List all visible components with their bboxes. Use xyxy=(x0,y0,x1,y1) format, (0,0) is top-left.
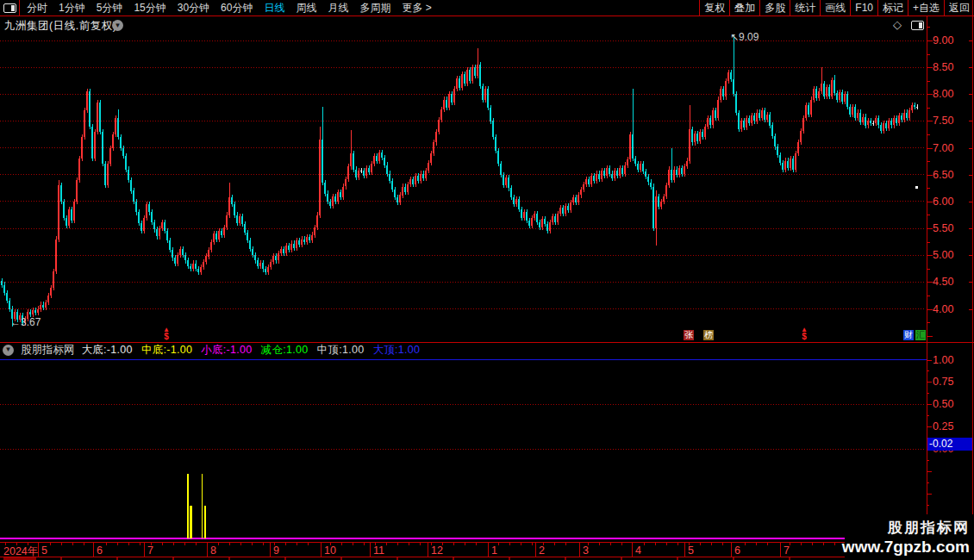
timeline-tick xyxy=(240,542,241,545)
watermark-url: www.7gpzb.com xyxy=(842,538,970,557)
price-axis-label: 5.50 xyxy=(933,222,972,234)
quick-tag-张[interactable]: 张 xyxy=(684,330,694,340)
layout-icon-button[interactable] xyxy=(0,0,20,16)
timeline-tick xyxy=(700,542,701,545)
timeline-tick xyxy=(106,542,107,545)
chevron-down-icon[interactable]: ▼ xyxy=(3,345,14,356)
timeline-tick xyxy=(790,542,790,545)
price-axis-tick xyxy=(927,336,933,337)
diamond-icon[interactable]: ◇ xyxy=(893,18,902,31)
toolbar-period-8[interactable]: 月线 xyxy=(328,1,348,16)
indicator-axis-tick xyxy=(927,370,929,371)
timeline-tick xyxy=(823,542,824,545)
high-annotation: ↖9.09 xyxy=(730,31,759,43)
indicator-axis-tick xyxy=(927,471,932,472)
stock-app-window: 分时1分钟5分钟15分钟30分钟60分钟日线周线月线多周期更多 > 复权叠加多股… xyxy=(0,0,974,560)
price-axis-label: 9.00 xyxy=(933,34,972,47)
quick-tag-榜[interactable]: 榜 xyxy=(703,330,714,340)
timeline-month-label: 1 xyxy=(491,544,497,557)
timeline-tick xyxy=(498,542,499,545)
timeline-month-label: 12 xyxy=(431,544,443,557)
chevron-down-icon[interactable]: ▼ xyxy=(112,20,123,31)
indicator-chart[interactable] xyxy=(0,342,927,542)
timeline-tick xyxy=(812,542,813,545)
price-axis-tick xyxy=(927,215,930,215)
timeline-month-label: 7 xyxy=(147,544,153,557)
toolbar-tool-0[interactable]: 复权 xyxy=(699,0,729,16)
indicator-axis-tick xyxy=(927,415,929,416)
price-axis-label: 6.50 xyxy=(933,169,972,181)
chart-title-bar: 九洲集团(日线.前复权) ▼ ◇ xyxy=(0,17,922,33)
indicator-axis-label: 0.25 xyxy=(933,420,972,432)
price-axis-tick xyxy=(969,255,972,256)
toolbar-period-7[interactable]: 周线 xyxy=(296,1,316,16)
toolbar-period-10[interactable]: 更多 > xyxy=(402,1,431,16)
timeline-tick xyxy=(162,542,163,545)
timeline-tick xyxy=(745,542,746,545)
timeline-month-label: 11 xyxy=(373,544,384,557)
toolbar-period-9[interactable]: 多周期 xyxy=(359,1,390,16)
indicator-axis-tick xyxy=(927,404,932,405)
split-window-icon[interactable] xyxy=(911,21,924,30)
price-axis-tick xyxy=(927,54,930,55)
toolbar-period-1[interactable]: 1分钟 xyxy=(59,1,85,16)
timeline-tick xyxy=(465,542,465,545)
timeline-month-label: 5 xyxy=(688,544,694,557)
indicator-axis-label: 0.50 xyxy=(933,398,972,410)
timeline-month-separator xyxy=(93,542,94,557)
buy-signal-icon: ▲$ xyxy=(799,326,809,340)
timeline-tick xyxy=(722,542,723,545)
toolbar-tool-6[interactable]: 标记 xyxy=(877,0,908,16)
toolbar-tool-1[interactable]: 叠加 xyxy=(729,0,759,16)
watermark: 股朋指标网 www.7gpzb.com xyxy=(845,514,974,560)
price-axis-tick xyxy=(969,282,972,283)
right-border xyxy=(972,0,973,560)
timeline-tick xyxy=(666,542,667,545)
panel-split-icon xyxy=(3,3,16,13)
toolbar-period-4[interactable]: 30分钟 xyxy=(178,1,209,16)
toolbar-period-3[interactable]: 15分钟 xyxy=(134,1,165,16)
timeline-month-label: 8 xyxy=(210,544,216,557)
timeline-tick xyxy=(834,542,835,545)
toolbar-tool-3[interactable]: 统计 xyxy=(790,0,820,16)
toolbar-period-2[interactable]: 5分钟 xyxy=(97,1,123,16)
toolbar-period-5[interactable]: 60分钟 xyxy=(221,1,253,16)
timeline-tick xyxy=(386,542,387,545)
indicator-axis-label: 1.00 xyxy=(933,354,972,366)
indicator-param-1: 中底:-1.00 xyxy=(141,343,192,358)
indicator-current-value-badge: -0.02 xyxy=(927,438,972,451)
price-axis-tick xyxy=(969,121,972,121)
price-axis-tick xyxy=(927,296,930,296)
quick-tag-汇[interactable]: 汇 xyxy=(915,330,926,340)
timeline-month-separator xyxy=(535,542,536,557)
timeline-tick xyxy=(308,542,309,545)
price-axis-tick xyxy=(927,255,933,256)
toolbar-tool-4[interactable]: 画线 xyxy=(820,0,850,16)
timeline-month-separator xyxy=(731,542,732,557)
timeline-month-separator xyxy=(207,542,208,557)
timeline-tick xyxy=(756,542,757,545)
timeline-month-separator xyxy=(428,542,428,557)
timeline-tick xyxy=(218,542,219,545)
toolbar-tool-8[interactable]: 返回 xyxy=(944,0,974,16)
timeline-tick xyxy=(72,542,73,545)
timeline-tick xyxy=(184,542,185,545)
candlestick-chart[interactable] xyxy=(0,16,927,342)
price-axis-tick xyxy=(927,282,933,283)
indicator-param-0: 大底:-1.00 xyxy=(82,343,133,358)
price-axis-label: 8.50 xyxy=(933,61,972,73)
toolbar-tool-7[interactable]: +自选 xyxy=(908,0,944,16)
indicator-header[interactable]: ▼ 股朋指标网 大底:-1.00中底:-1.00小底:-1.00减仓:1.00中… xyxy=(3,344,420,356)
toolbar-period-0[interactable]: 分时 xyxy=(27,1,47,16)
price-axis-label: 8.00 xyxy=(933,88,972,100)
price-axis-tick xyxy=(969,175,972,176)
quick-tag-财[interactable]: 财 xyxy=(903,330,914,340)
toolbar-tool-2[interactable]: 多股 xyxy=(759,0,790,16)
timeline-month-separator xyxy=(488,542,489,557)
timeline-tick xyxy=(285,542,286,545)
price-axis-tick xyxy=(927,121,933,121)
indicator-axis-tick xyxy=(927,505,929,506)
toolbar-tool-5[interactable]: F10 xyxy=(850,0,877,16)
toolbar-period-6[interactable]: 日线 xyxy=(264,1,284,16)
timeline-month-label: 9 xyxy=(273,544,279,557)
